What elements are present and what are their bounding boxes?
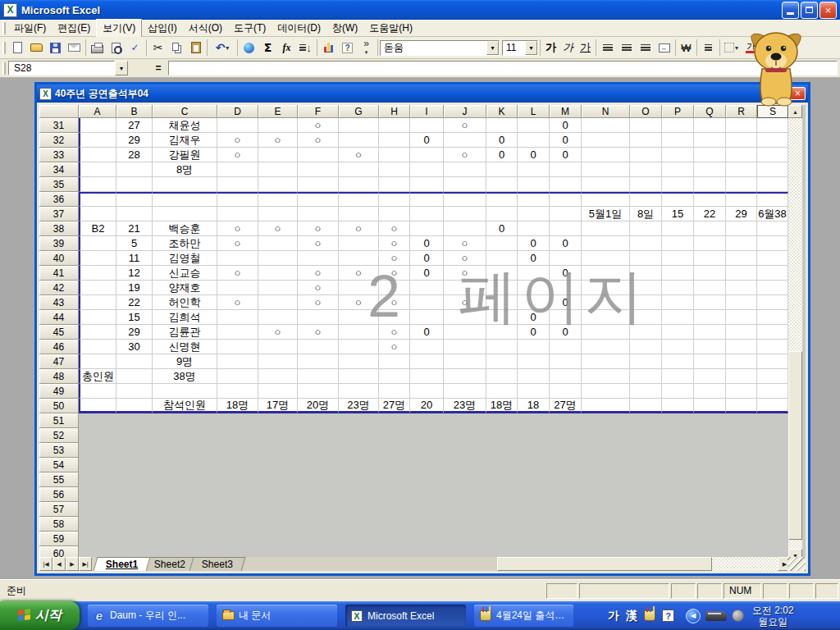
column-header-G[interactable]: G [339,105,379,118]
toolbar-more-button[interactable]: »▾ [357,39,376,57]
row-header-59[interactable]: 59 [39,532,79,546]
cell-R35[interactable] [726,177,757,192]
cell-L36[interactable] [518,192,550,207]
cell-L47[interactable] [518,354,550,369]
cell-M44[interactable] [550,310,582,325]
cell-Q39[interactable] [694,236,726,251]
cell-I38[interactable] [410,221,444,236]
row-header-49[interactable]: 49 [39,384,79,399]
cell-K44[interactable] [486,310,518,325]
cell-M41[interactable]: 0 [550,266,582,281]
cell-Q33[interactable] [694,148,726,162]
cell-N31[interactable] [582,118,630,133]
cell-O32[interactable] [630,133,662,148]
office-assistant-dog[interactable] [743,30,809,107]
cell-O50[interactable] [630,399,662,413]
cell-H38[interactable]: ○ [379,221,410,236]
cell-Q42[interactable] [694,281,726,295]
cell-H40[interactable]: ○ [379,251,410,266]
cell-E38[interactable]: ○ [258,221,298,236]
cell-R47[interactable] [726,354,757,369]
cell-K36[interactable] [486,192,518,207]
paste-function-button[interactable]: fx [277,39,296,57]
cell-A47[interactable] [79,354,116,369]
cell-D44[interactable] [217,310,258,325]
cell-G49[interactable] [339,384,379,399]
cell-N34[interactable] [582,162,630,177]
cell-O34[interactable] [630,162,662,177]
horizontal-scroll-thumb[interactable] [497,557,712,571]
cell-J44[interactable] [444,310,486,325]
cell-N43[interactable] [582,295,630,310]
font-size-dropdown-icon[interactable]: ▾ [525,41,537,55]
cell-R50[interactable] [726,399,757,413]
cell-D31[interactable] [217,118,258,133]
cell-K45[interactable] [486,325,518,340]
cell-B35[interactable] [116,177,153,192]
row-header-32[interactable]: 32 [39,133,79,148]
resize-grip[interactable] [788,557,806,571]
task-excel[interactable]: X Microsoft Excel [345,605,466,627]
cell-I33[interactable] [410,148,444,162]
column-header-N[interactable]: N [582,105,630,118]
cell-M38[interactable] [550,221,582,236]
cell-C44[interactable]: 김희석 [153,310,217,325]
cell-D49[interactable] [217,384,258,399]
cell-P48[interactable] [662,369,694,384]
cell-A35[interactable] [79,177,116,192]
cell-E45[interactable]: ○ [258,325,298,340]
cell-B46[interactable]: 30 [116,340,153,354]
ime-pallete-icon[interactable] [644,610,655,621]
cell-C35[interactable] [153,177,217,192]
cell-C31[interactable]: 채윤성 [153,118,217,133]
cell-K39[interactable] [486,236,518,251]
cell-D50[interactable]: 18명 [217,399,258,413]
menu-insert[interactable]: 삽입(I) [142,20,182,37]
row-header-47[interactable]: 47 [39,354,79,369]
column-header-R[interactable]: R [726,105,757,118]
open-button[interactable] [27,39,46,57]
column-header-F[interactable]: F [298,105,339,118]
cell-Q36[interactable] [694,192,726,207]
cell-J38[interactable] [444,221,486,236]
cell-B44[interactable]: 15 [116,310,153,325]
cell-E50[interactable]: 17명 [258,399,298,413]
cell-F42[interactable]: ○ [298,281,339,295]
cell-E43[interactable] [258,295,298,310]
cell-S46[interactable] [757,340,788,354]
cell-H47[interactable] [379,354,410,369]
column-header-D[interactable]: D [217,105,258,118]
help-button[interactable]: ? [338,39,357,57]
cell-K41[interactable] [486,266,518,281]
cell-J40[interactable]: ○ [444,251,486,266]
cell-J49[interactable] [444,384,486,399]
menu-file[interactable]: 파일(F) [8,20,52,37]
cell-A32[interactable] [79,133,116,148]
cell-Q46[interactable] [694,340,726,354]
cell-S42[interactable] [757,281,788,295]
cell-I42[interactable] [410,281,444,295]
cell-B43[interactable]: 22 [116,295,153,310]
column-header-H[interactable]: H [379,105,410,118]
cell-S34[interactable] [757,162,788,177]
row-header-58[interactable]: 58 [39,517,79,532]
cell-O42[interactable] [630,281,662,295]
cell-A40[interactable] [79,251,116,266]
font-name-combo[interactable]: 돋움 ▾ [380,40,500,56]
column-header-J[interactable]: J [444,105,486,118]
menu-format[interactable]: 서식(O) [183,20,228,37]
cell-G43[interactable]: ○ [339,295,379,310]
cell-I44[interactable] [410,310,444,325]
cell-A39[interactable] [79,236,116,251]
insert-hyperlink-button[interactable] [240,39,258,57]
cell-O33[interactable] [630,148,662,162]
column-header-C[interactable]: C [153,105,217,118]
cell-M33[interactable]: 0 [550,148,582,162]
cell-A50[interactable] [79,399,116,413]
cell-R44[interactable] [726,310,757,325]
cell-A48[interactable]: 총인원 [79,369,116,384]
ime-hanja-indicator[interactable]: 漢 [626,609,637,623]
print-button[interactable] [88,39,107,57]
cell-P35[interactable] [662,177,694,192]
cell-N41[interactable] [582,266,630,281]
